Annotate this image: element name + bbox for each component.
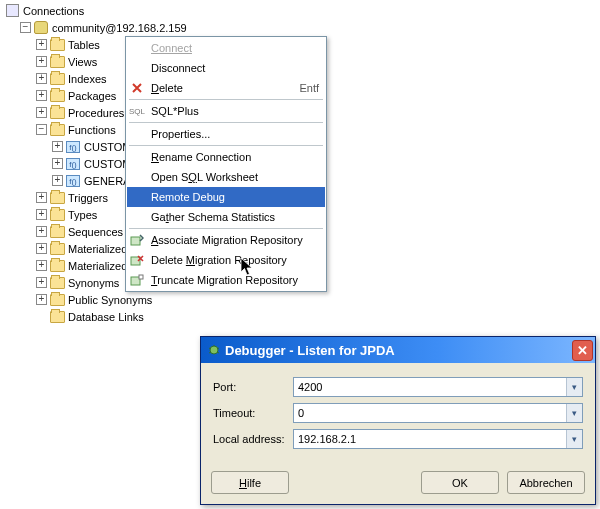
expander-icon[interactable]: +	[36, 209, 47, 220]
expander-icon[interactable]: +	[36, 277, 47, 288]
close-button[interactable]: ✕	[572, 340, 593, 361]
expander-icon[interactable]: −	[36, 124, 47, 135]
menu-separator	[129, 228, 323, 229]
database-icon	[33, 20, 49, 36]
sqlplus-icon: SQL	[127, 101, 147, 121]
folder-icon	[49, 309, 65, 325]
expander-icon[interactable]: +	[36, 294, 47, 305]
timeout-input[interactable]	[293, 403, 583, 423]
folder-icon	[49, 88, 65, 104]
expander-icon[interactable]: −	[20, 22, 31, 33]
expander-icon[interactable]: +	[52, 141, 63, 152]
svg-point-4	[210, 346, 218, 354]
chevron-down-icon[interactable]: ▾	[566, 404, 582, 422]
dialog-titlebar[interactable]: Debugger - Listen for JPDA ✕	[201, 337, 595, 363]
expander-icon[interactable]: +	[36, 226, 47, 237]
menu-disconnect[interactable]: Disconnect	[127, 58, 325, 78]
expander-icon[interactable]: +	[36, 260, 47, 271]
expander-icon[interactable]: +	[52, 175, 63, 186]
folder-icon	[49, 241, 65, 257]
expander-icon[interactable]: +	[36, 192, 47, 203]
expander-icon[interactable]: +	[52, 158, 63, 169]
expander-icon[interactable]: +	[36, 107, 47, 118]
port-label: Port:	[213, 381, 293, 393]
ok-button[interactable]: OK	[421, 471, 499, 494]
folder-icon	[49, 105, 65, 121]
bug-icon	[207, 342, 221, 359]
expander-icon[interactable]: +	[36, 39, 47, 50]
tree-connection[interactable]: − community@192.168.2.159	[4, 19, 600, 36]
expander-icon[interactable]: +	[36, 90, 47, 101]
chevron-down-icon[interactable]: ▾	[566, 430, 582, 448]
migrate-delete-icon	[127, 250, 147, 270]
menu-open-worksheet[interactable]: Open SQL Worksheet	[127, 167, 325, 187]
function-icon	[65, 173, 81, 189]
menu-connect: Connect	[127, 38, 325, 58]
folder-icon	[49, 224, 65, 240]
folder-icon	[49, 292, 65, 308]
svg-rect-3	[139, 275, 143, 279]
chevron-down-icon[interactable]: ▾	[566, 378, 582, 396]
help-button[interactable]: Hilfe	[211, 471, 289, 494]
menu-sqlplus[interactable]: SQL SQL*Plus	[127, 101, 325, 121]
expander-icon[interactable]: +	[36, 56, 47, 67]
root-icon	[4, 3, 20, 19]
delete-icon	[127, 78, 147, 98]
svg-rect-0	[131, 237, 140, 245]
cancel-button[interactable]: Abbrechen	[507, 471, 585, 494]
menu-delete[interactable]: Delete Entf	[127, 78, 325, 98]
migrate-truncate-icon	[127, 270, 147, 290]
menu-truncate-migration[interactable]: Truncate Migration Repository	[127, 270, 325, 290]
debugger-dialog: Debugger - Listen for JPDA ✕ Port: ▾ Tim…	[200, 336, 596, 505]
folder-icon	[49, 37, 65, 53]
menu-properties[interactable]: Properties...	[127, 124, 325, 144]
folder-icon	[49, 275, 65, 291]
menu-separator	[129, 122, 323, 123]
root-label: Connections	[23, 5, 84, 17]
function-icon	[65, 156, 81, 172]
local-address-label: Local address:	[213, 433, 293, 445]
folder-icon	[49, 190, 65, 206]
folder-icon	[49, 122, 65, 138]
menu-delete-migration[interactable]: Delete Migration Repository	[127, 250, 325, 270]
expander-icon[interactable]: +	[36, 243, 47, 254]
migrate-add-icon	[127, 230, 147, 250]
menu-gather-stats[interactable]: Gather Schema Statistics	[127, 207, 325, 227]
tree-node-db-links[interactable]: Database Links	[4, 308, 600, 325]
folder-icon	[49, 71, 65, 87]
local-address-input[interactable]	[293, 429, 583, 449]
tree-node-public-synonyms[interactable]: + Public Synonyms	[4, 291, 600, 308]
menu-separator	[129, 145, 323, 146]
connection-label: community@192.168.2.159	[52, 22, 187, 34]
menu-rename[interactable]: Rename Connection	[127, 147, 325, 167]
folder-icon	[49, 207, 65, 223]
dialog-title: Debugger - Listen for JPDA	[225, 343, 395, 358]
folder-icon	[49, 258, 65, 274]
timeout-label: Timeout:	[213, 407, 293, 419]
port-input[interactable]	[293, 377, 583, 397]
context-menu: Connect Disconnect Delete Entf SQL SQL*P…	[125, 36, 327, 292]
shortcut-label: Entf	[299, 82, 319, 94]
menu-remote-debug[interactable]: Remote Debug	[127, 187, 325, 207]
tree-root[interactable]: Connections	[4, 2, 600, 19]
menu-associate-migration[interactable]: Associate Migration Repository	[127, 230, 325, 250]
menu-separator	[129, 99, 323, 100]
dialog-body: Port: ▾ Timeout: ▾ Local address: ▾	[201, 363, 595, 467]
expander-icon[interactable]: +	[36, 73, 47, 84]
folder-icon	[49, 54, 65, 70]
function-icon	[65, 139, 81, 155]
